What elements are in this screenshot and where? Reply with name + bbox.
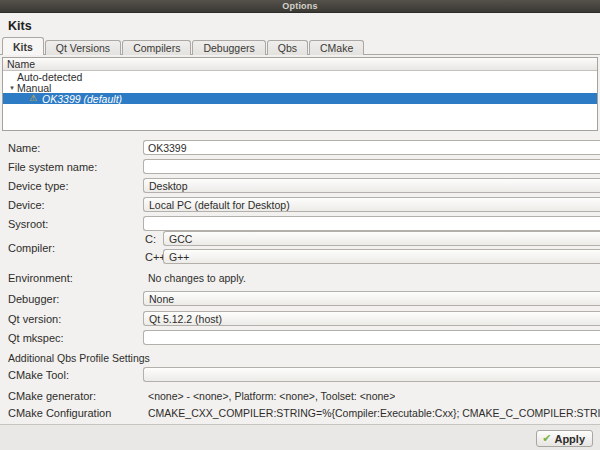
qbs-settings-label: Additional Qbs Profile Settings bbox=[8, 352, 150, 364]
page-title: Kits bbox=[8, 19, 32, 33]
options-dialog: Options Kits Kits Qt Versions Compilers … bbox=[0, 0, 600, 450]
row-device: Device: Local PC (default for Desktop) bbox=[8, 197, 600, 212]
device-label: Device: bbox=[8, 199, 143, 211]
row-cmake-generator: CMake generator: <none> - <none>, Platfo… bbox=[8, 388, 600, 403]
compiler-c-combobox[interactable]: GCC bbox=[163, 231, 600, 246]
tab-qbs[interactable]: Qbs bbox=[267, 40, 308, 55]
row-qt-mkspec: Qt mkspec: bbox=[8, 330, 600, 345]
cmake-tool-label: CMake Tool: bbox=[8, 369, 143, 381]
debugger-combobox[interactable]: None bbox=[143, 291, 600, 306]
tab-bar: Kits Qt Versions Compilers Debuggers Qbs… bbox=[2, 37, 365, 55]
file-system-name-input[interactable] bbox=[143, 159, 600, 174]
device-type-label: Device type: bbox=[8, 180, 143, 192]
window-titlebar[interactable]: Options bbox=[0, 0, 600, 13]
footer-bar: ✔ Apply bbox=[0, 424, 600, 450]
tree-item-auto-detected[interactable]: Auto-detected bbox=[3, 71, 597, 82]
row-qbs-settings: Additional Qbs Profile Settings bbox=[8, 350, 600, 365]
file-system-name-label: File system name: bbox=[8, 161, 143, 173]
compiler-cxx-label: C++: bbox=[143, 251, 163, 263]
cmake-configuration-label: CMake Configuration bbox=[8, 407, 143, 419]
debugger-label: Debugger: bbox=[8, 293, 143, 305]
row-debugger: Debugger: None bbox=[8, 291, 600, 306]
tree-column-header-name[interactable]: Name bbox=[3, 58, 597, 71]
device-combobox[interactable]: Local PC (default for Desktop) bbox=[143, 197, 600, 212]
row-file-system-name: File system name: bbox=[8, 159, 600, 174]
qt-mkspec-label: Qt mkspec: bbox=[8, 332, 143, 344]
tab-qt-versions[interactable]: Qt Versions bbox=[45, 40, 121, 55]
tab-debuggers[interactable]: Debuggers bbox=[192, 40, 265, 55]
name-label: Name: bbox=[8, 142, 143, 154]
row-name: Name: bbox=[8, 140, 600, 155]
sysroot-label: Sysroot: bbox=[8, 218, 143, 230]
environment-value: No changes to apply. bbox=[148, 272, 246, 284]
row-sysroot: Sysroot: bbox=[8, 216, 600, 231]
cmake-configuration-value: CMAKE_CXX_COMPILER:STRING=%{Compiler:Exe… bbox=[148, 407, 600, 419]
tab-cmake[interactable]: CMake bbox=[309, 40, 364, 55]
environment-label: Environment: bbox=[8, 272, 143, 284]
qt-version-combobox[interactable]: Qt 5.12.2 (host) bbox=[143, 311, 600, 326]
cmake-generator-value: <none> - <none>, Platform: <none>, Tools… bbox=[148, 390, 395, 402]
qt-mkspec-input[interactable] bbox=[143, 330, 600, 345]
tab-compilers[interactable]: Compilers bbox=[122, 40, 191, 55]
tree-item-label: OK3399 (default) bbox=[42, 93, 122, 105]
cmake-tool-combobox[interactable] bbox=[143, 367, 600, 382]
expander-open-icon[interactable]: ▾ bbox=[7, 84, 17, 92]
row-environment: Environment: No changes to apply. bbox=[8, 270, 600, 285]
check-icon: ✔ bbox=[542, 432, 551, 445]
row-compiler-c: C: GCC bbox=[143, 231, 600, 246]
cmake-generator-label: CMake generator: bbox=[8, 390, 143, 402]
device-type-combobox[interactable]: Desktop bbox=[143, 178, 600, 193]
row-compiler-cxx: C++: G++ bbox=[143, 249, 600, 264]
compiler-c-label: C: bbox=[143, 233, 163, 245]
row-device-type: Device type: Desktop bbox=[8, 178, 600, 193]
tree-item-manual[interactable]: ▾ Manual bbox=[3, 82, 597, 93]
row-qt-version: Qt version: Qt 5.12.2 (host) bbox=[8, 311, 600, 326]
compiler-cxx-combobox[interactable]: G++ bbox=[163, 249, 600, 264]
row-cmake-tool: CMake Tool: bbox=[8, 367, 600, 382]
apply-button-label: Apply bbox=[554, 433, 585, 445]
warning-icon: ⚠ bbox=[29, 94, 37, 103]
kits-tree: Name Auto-detected ▾ Manual ⚠ OK3399 (de… bbox=[2, 57, 598, 131]
compiler-label: Compiler: bbox=[8, 242, 143, 254]
row-cmake-configuration: CMake Configuration CMAKE_CXX_COMPILER:S… bbox=[8, 405, 600, 420]
sysroot-input[interactable] bbox=[143, 216, 600, 231]
window-title: Options bbox=[282, 1, 317, 11]
name-input[interactable] bbox=[143, 140, 600, 155]
apply-button[interactable]: ✔ Apply bbox=[536, 430, 593, 447]
qt-version-label: Qt version: bbox=[8, 313, 143, 325]
tree-item-ok3399-selected[interactable]: ⚠ OK3399 (default) bbox=[3, 93, 597, 104]
tab-kits[interactable]: Kits bbox=[2, 37, 44, 55]
